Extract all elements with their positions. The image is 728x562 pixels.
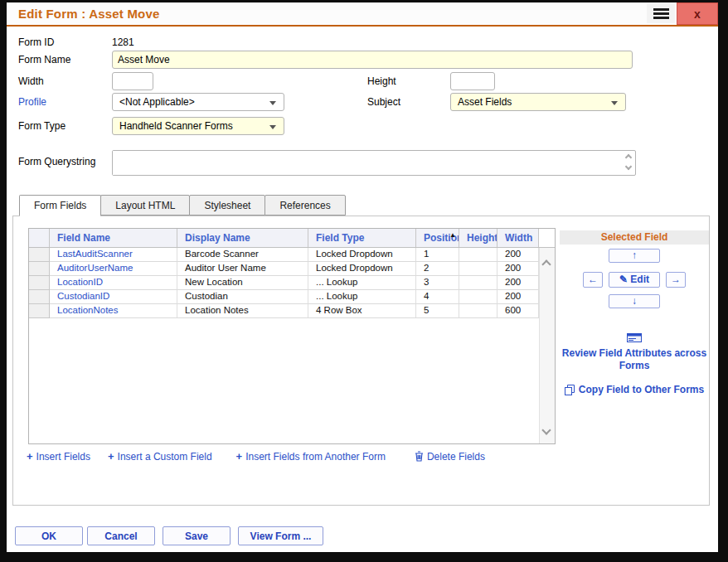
grid-actions: + Insert Fields + Insert a Custom Field …: [27, 450, 485, 463]
row-selector[interactable]: [29, 276, 50, 290]
cell-width[interactable]: 600: [497, 304, 539, 318]
cancel-button[interactable]: Cancel: [87, 526, 155, 545]
profile-label[interactable]: Profile: [18, 96, 112, 108]
cell-field-type[interactable]: ... Lookup: [308, 290, 416, 304]
move-right-button[interactable]: →: [666, 272, 686, 288]
cell-display-name[interactable]: New Location: [177, 276, 308, 290]
cell-width[interactable]: 200: [497, 276, 539, 290]
form-name-input[interactable]: [112, 51, 633, 69]
plus-icon: +: [27, 450, 33, 463]
form-type-value: Handheld Scanner Forms: [119, 120, 233, 132]
cell-width[interactable]: 200: [497, 290, 539, 304]
tab-form-fields[interactable]: Form Fields: [19, 195, 101, 216]
table-rows: LastAuditScanner Barcode Scanner Locked …: [29, 248, 539, 443]
chevron-down-icon: [269, 101, 276, 105]
cell-position[interactable]: 4: [416, 290, 459, 304]
cell-display-name[interactable]: Barcode Scanner: [177, 248, 308, 262]
cell-field-name[interactable]: LastAuditScanner: [50, 248, 177, 262]
tab-stylesheet[interactable]: Stylesheet: [189, 195, 265, 216]
width-label: Width: [18, 75, 112, 87]
vertical-scrollbar[interactable]: [539, 248, 555, 443]
height-input[interactable]: [450, 72, 495, 90]
cell-position[interactable]: 2: [416, 262, 459, 276]
cell-height[interactable]: [459, 290, 497, 304]
table-row[interactable]: AuditorUserName Auditor User Name Locked…: [29, 262, 539, 276]
cell-field-name[interactable]: LocationNotes: [50, 304, 177, 318]
cell-position[interactable]: 3: [416, 276, 459, 290]
cell-field-type[interactable]: Locked Dropdown: [308, 248, 416, 262]
scroll-down-icon[interactable]: [541, 425, 551, 434]
form-querystring-input[interactable]: [113, 151, 620, 175]
form-type-dropdown[interactable]: Handheld Scanner Forms: [112, 117, 284, 135]
copy-icon: [565, 385, 575, 395]
cell-width[interactable]: 200: [497, 248, 539, 262]
scroll-down-icon[interactable]: [625, 163, 632, 170]
move-down-button[interactable]: ↓: [609, 294, 660, 308]
row-selector[interactable]: [29, 248, 50, 262]
tab-layout-html[interactable]: Layout HTML: [100, 195, 190, 216]
profile-value: <Not Applicable>: [119, 96, 195, 108]
cell-display-name[interactable]: Auditor User Name: [177, 262, 308, 276]
move-left-button[interactable]: ←: [583, 272, 603, 288]
insert-custom-field-link[interactable]: + Insert a Custom Field: [108, 450, 212, 463]
row-selector[interactable]: [29, 290, 50, 304]
cell-field-name[interactable]: AuditorUserName: [50, 262, 177, 276]
table-row[interactable]: LocationID New Location ... Lookup 3 200: [29, 276, 539, 290]
move-up-button[interactable]: ↑: [609, 249, 660, 263]
table-row[interactable]: CustodianID Custodian ... Lookup 4 200: [29, 290, 539, 304]
cell-position[interactable]: 5: [416, 304, 459, 318]
tab-references[interactable]: References: [265, 195, 345, 216]
header-field-type[interactable]: Field Type: [308, 229, 416, 247]
width-input[interactable]: [112, 72, 153, 90]
subject-dropdown[interactable]: Asset Fields: [450, 93, 626, 111]
cell-position[interactable]: 1: [416, 248, 459, 262]
cell-field-name[interactable]: CustodianID: [50, 290, 177, 304]
insert-fields-from-form-link[interactable]: + Insert Fields from Another Form: [236, 450, 386, 463]
form-id-label: Form ID: [18, 36, 112, 48]
cell-height[interactable]: [459, 276, 497, 290]
scroll-up-icon[interactable]: [625, 154, 632, 161]
form-querystring-row: Form Querystring: [18, 150, 636, 176]
cell-display-name[interactable]: Custodian: [177, 290, 308, 304]
table-row[interactable]: LastAuditScanner Barcode Scanner Locked …: [29, 248, 539, 262]
edit-form-dialog: Edit Form : Asset Move x Form ID 1281 Fo…: [7, 2, 718, 552]
selected-field-panel: Selected Field ↑ ← ✎ Edit →: [560, 230, 709, 395]
edit-field-button[interactable]: ✎ Edit: [609, 272, 660, 288]
cell-field-name[interactable]: LocationID: [50, 276, 177, 290]
arrow-up-icon: ↑: [632, 250, 637, 261]
review-field-attributes-link[interactable]: Review Field Attributes across Forms: [560, 347, 709, 372]
cell-field-type[interactable]: ... Lookup: [308, 276, 416, 290]
pencil-icon: ✎: [619, 274, 628, 285]
copy-field-link[interactable]: Copy Field to Other Forms: [560, 384, 709, 395]
close-button[interactable]: x: [677, 2, 718, 25]
form-name-row: Form Name: [18, 51, 633, 69]
delete-fields-link[interactable]: Delete Fields: [415, 451, 485, 463]
arrow-right-icon: →: [671, 274, 681, 285]
cell-height[interactable]: [459, 262, 497, 276]
view-form-button[interactable]: View Form ...: [238, 526, 323, 545]
cell-height[interactable]: [459, 304, 497, 318]
save-button[interactable]: Save: [163, 526, 231, 545]
header-position[interactable]: Position ▲: [416, 229, 459, 247]
header-width[interactable]: Width: [497, 229, 539, 247]
height-label: Height: [367, 75, 450, 87]
cell-field-type[interactable]: 4 Row Box: [308, 304, 416, 318]
arrow-left-icon: ←: [588, 274, 598, 285]
cell-field-type[interactable]: Locked Dropdown: [308, 262, 416, 276]
ok-button[interactable]: OK: [15, 526, 83, 545]
cell-width[interactable]: 200: [497, 262, 539, 276]
profile-dropdown[interactable]: <Not Applicable>: [112, 93, 284, 111]
header-display-name[interactable]: Display Name: [177, 229, 308, 247]
row-selector[interactable]: [29, 304, 50, 318]
header-height[interactable]: Height: [459, 229, 497, 247]
insert-fields-link[interactable]: + Insert Fields: [27, 450, 90, 463]
scroll-up-icon[interactable]: [541, 259, 551, 269]
row-selector[interactable]: [29, 262, 50, 276]
cell-height[interactable]: [459, 248, 497, 262]
menu-button[interactable]: [647, 4, 675, 23]
cell-display-name[interactable]: Location Notes: [177, 304, 308, 318]
table-row[interactable]: LocationNotes Location Notes 4 Row Box 5…: [29, 304, 539, 318]
header-field-name[interactable]: Field Name: [50, 229, 177, 247]
header-row-selector[interactable]: [29, 229, 50, 247]
form-type-row: Form Type Handheld Scanner Forms: [18, 117, 284, 135]
